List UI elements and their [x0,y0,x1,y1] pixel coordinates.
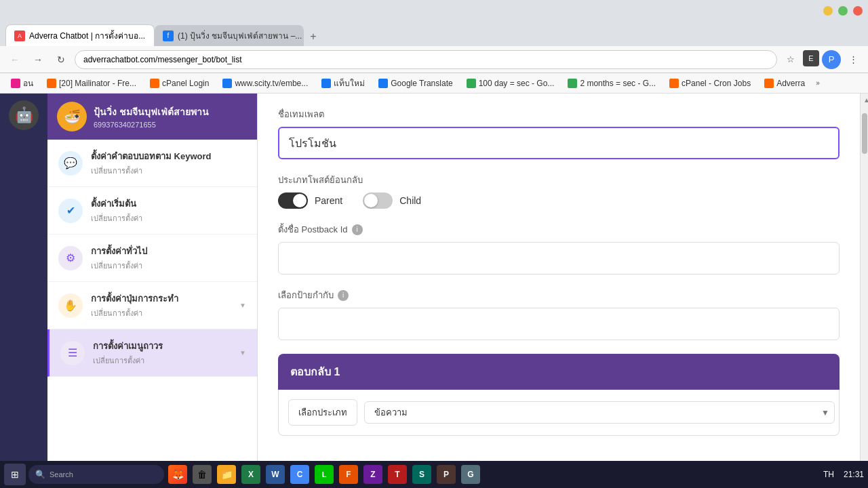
chatbot-icon[interactable]: 🤖 [9,100,39,130]
taskbar-icon-folder[interactable]: 📁 [216,464,237,485]
scroll-up-button[interactable]: ▲ [861,94,868,106]
postback-id-input[interactable] [278,242,840,274]
postback-id-label: ตั้งชื่อ Postback Id i [278,222,840,237]
window-controls[interactable] [823,6,863,16]
new-tab-button[interactable]: + [304,27,323,46]
right-scrollbar[interactable]: ▲ ▼ [860,94,868,488]
parent-label: Parent [315,195,342,206]
close-window-button[interactable] [853,6,863,16]
forward-button[interactable]: → [28,50,47,69]
scroll-thumb[interactable] [862,113,867,154]
template-name-label: ชื่อเทมเพลต [278,107,840,121]
bookmark-8[interactable]: cPanel - Cron Jobs [664,77,756,89]
tab-2-label: (1) ปุ้นวิ่ง ชมจีนบุฟเฟ่ต์สายพาน –... [178,29,302,42]
bookmark-3[interactable]: www.scity.tv/embe... [217,77,313,89]
tab-2[interactable]: f (1) ปุ้นวิ่ง ชมจีนบุฟเฟ่ต์สายพาน –... … [155,25,304,46]
select-type-button[interactable]: เลือกประเภท [288,399,357,426]
taskbar-icon-word[interactable]: W [264,464,286,485]
bookmark-6[interactable]: 100 day = sec - Go... [461,77,560,89]
parent-toggle-item: Parent [278,192,342,209]
taskbar-icon-darkred[interactable]: T [387,464,408,485]
extensions-icon[interactable]: E [803,50,819,66]
taskbar-icon-teal[interactable]: S [411,464,433,485]
bookmark-icon[interactable]: ☆ [781,50,800,69]
bot-avatar: 🍜 [57,102,87,131]
taskbar-icon-orange[interactable]: F [338,464,359,485]
more-bookmarks[interactable]: » [813,78,823,88]
folder-icon: 📁 [217,465,236,484]
button-title: การตั้งค่าปุ่มการกระทำ [91,291,178,306]
bookmark-0-label: อน [23,77,33,89]
child-toggle-knob [364,194,378,207]
bookmark-2-label: cPanel Login [162,79,209,88]
bookmark-9-icon [764,79,774,88]
taskbar-icon-trash[interactable]: 🗑 [191,464,213,485]
menu-item-general[interactable]: ⚙ การตั้งค่าทั่วไป เปลี่ยนการตั้งค่า [47,235,257,282]
menu-item-keyword[interactable]: 💬 ตั้งค่าคำตอบบอทตาม Keyword เปลี่ยนการต… [47,140,257,187]
bookmark-9[interactable]: Adverra [759,77,810,89]
taskbar-icon-line[interactable]: L [313,464,335,485]
taskbar-search[interactable]: 🔍 Search [28,465,164,484]
child-toggle[interactable] [363,192,393,209]
template-name-input[interactable] [278,127,840,159]
general-icon: ⚙ [58,246,83,270]
keyword-title: ตั้งค่าคำตอบบอทตาม Keyword [91,149,212,163]
sidebar-dark: 🤖 [0,94,47,488]
bookmark-1-label: [20] Mailinator - Fre... [59,79,136,88]
bookmark-1[interactable]: [20] Mailinator - Fre... [41,77,142,89]
sidebar-menu: 🍜 ปุ้นวิ่ง ชมจีนบุฟเฟ่ต์สายพาน 699376340… [47,94,258,488]
taskbar: ⊞ 🔍 Search 🦊 🗑 📁 X W C L F Z T S P G TH [0,461,868,488]
taskbar-icon-excel[interactable]: X [240,464,262,485]
taskbar-search-text: Search [50,470,73,479]
back-button[interactable]: ← [5,50,24,69]
start-button[interactable]: ⊞ [4,464,26,485]
taskbar-icon-brown[interactable]: P [435,464,457,485]
tag-info-icon[interactable]: i [338,290,349,301]
tab-1[interactable]: A Adverra Chatbot | การตั้งค่าบอ... × [5,24,155,46]
word-icon: W [266,465,285,484]
select-row: เลือกประเภท ข้อความ ▼ [288,399,829,426]
bookmark-5[interactable]: Google Translate [373,77,458,89]
start-subtitle: เปลี่ยนการตั้งค่า [91,212,142,224]
taskbar-icon-chrome[interactable]: C [289,464,311,485]
bookmark-2[interactable]: cPanel Login [144,77,214,89]
menu-item-button[interactable]: ✋ การตั้งค่าปุ่มการกระทำ เปลี่ยนการตั้งค… [47,282,257,329]
excel-icon: X [241,465,260,484]
profile-icon[interactable]: P [822,50,841,69]
bookmark-0[interactable]: อน [5,75,39,91]
taskbar-icon-purple[interactable]: Z [362,464,384,485]
bot-name: ปุ้นวิ่ง ชมจีนบุฟเฟ่ต์สายพาน [94,104,209,119]
select-message-dropdown[interactable]: ข้อความ [364,401,835,424]
menu-item-start[interactable]: ✔ ตั้งค่าเริ่มต้น เปลี่ยนการตั้งค่า [47,187,257,235]
scroll-track [861,106,868,475]
chevron-down-icon: ▼ [239,302,246,309]
menu-item-menu[interactable]: ☰ การตั้งค่าเมนูถาวร เปลี่ยนการตั้งค่า ▼ [47,329,257,377]
bookmark-7[interactable]: 2 months = sec - G... [562,77,661,89]
response-type-section: ประเภทโพสต์ย้อนกลับ Parent Child [278,173,840,209]
parent-toggle[interactable] [278,192,308,209]
bookmark-4-icon [321,79,331,88]
tab-bar: A Adverra Chatbot | การตั้งค่าบอ... × f … [0,22,868,46]
bookmark-0-icon [11,79,20,88]
child-label: Child [399,195,421,206]
maximize-button[interactable] [838,6,848,16]
bookmark-7-label: 2 months = sec - G... [580,79,656,88]
taskbar-icon-cortana[interactable]: 🦊 [167,464,189,485]
postback-info-icon[interactable]: i [352,224,363,235]
minimize-button[interactable] [823,6,833,16]
taskbar-icon-gray[interactable]: G [460,464,481,485]
tab-2-favicon: f [163,30,174,41]
teal-app-icon: S [412,465,431,484]
title-bar [0,0,868,22]
tag-input[interactable] [278,308,840,340]
bot-id: 699376340271655 [94,121,209,129]
address-bar[interactable] [75,50,777,69]
bookmark-3-label: www.scity.tv/embe... [235,79,308,88]
bookmark-4[interactable]: แท็บใหม่ [316,75,370,91]
reload-button[interactable]: ↻ [52,50,71,69]
postback-id-section: ตั้งชื่อ Postback Id i [278,222,840,274]
button-subtitle: เปลี่ยนการตั้งค่า [91,307,178,319]
menu-icon[interactable]: ⋮ [844,50,863,69]
bookmark-1-icon [47,79,56,88]
gray-app-icon: G [461,465,480,484]
